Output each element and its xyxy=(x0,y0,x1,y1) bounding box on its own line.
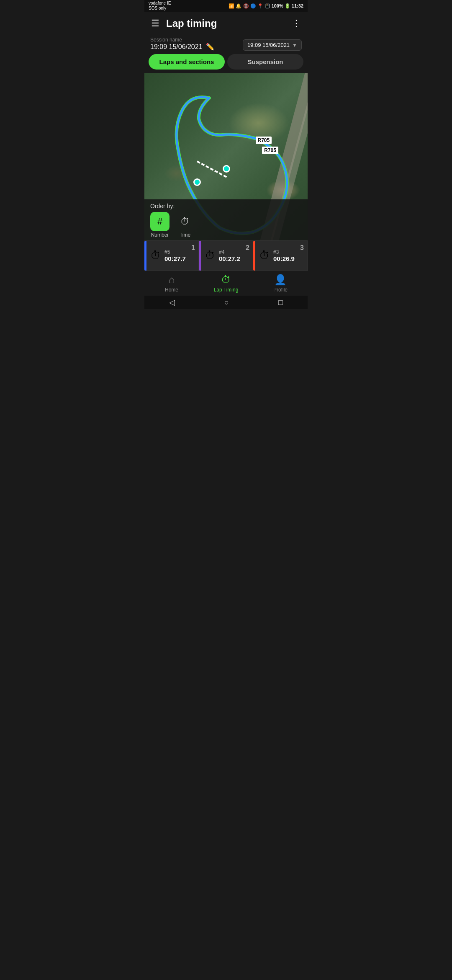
chevron-down-icon: ▼ xyxy=(292,42,297,48)
carrier-name: vodafone IE xyxy=(149,1,171,6)
timer-icon: ⏱ xyxy=(180,216,190,227)
lap-info-1: #5 00:27.7 xyxy=(164,249,186,262)
lap-time-3: 00:26.9 xyxy=(273,255,295,262)
lap-card-1[interactable]: ⏱ #5 00:27.7 1 xyxy=(144,241,199,271)
session-bar: Session name 19:09 15/06/2021 ✏️ 19:09 1… xyxy=(144,35,308,54)
home-icon: ⌂ xyxy=(169,274,175,286)
lap-id-1: #5 xyxy=(164,249,186,255)
tab-laps-sections[interactable]: Laps and sections xyxy=(149,54,225,70)
profile-label: Profile xyxy=(273,287,288,293)
recents-button[interactable]: □ xyxy=(270,297,291,309)
nav-home[interactable]: ⌂ Home xyxy=(144,271,199,296)
map-area[interactable]: R705 R705 Order by: # Number ⏱ Time xyxy=(144,73,308,240)
session-dropdown[interactable]: 19:09 15/06/2021 ▼ xyxy=(243,39,302,51)
app-header: ☰ Lap timing ⋮ xyxy=(144,12,308,35)
lap-rank-3: 3 xyxy=(300,244,304,252)
home-button[interactable]: ○ xyxy=(216,297,237,309)
lap-accent-blue xyxy=(144,241,146,271)
order-section: Order by: # Number ⏱ Time xyxy=(144,199,308,240)
lap-timing-label: Lap Timing xyxy=(214,287,239,293)
lap-timer-icon-1: ⏱ xyxy=(150,249,161,262)
road-label-r705-1: R705 xyxy=(256,137,272,144)
checkpoint-dot-2 xyxy=(193,178,201,186)
nav-profile[interactable]: 👤 Profile xyxy=(253,271,308,296)
time-icon-box: ⏱ xyxy=(175,212,195,231)
lap-card-2[interactable]: ⏱ #4 00:27.2 2 xyxy=(199,241,253,271)
lap-time-2: 00:27.2 xyxy=(219,255,240,262)
menu-icon[interactable]: ☰ xyxy=(151,18,159,29)
lap-timer-icon-3: ⏱ xyxy=(259,249,270,262)
session-name: 19:09 15/06/2021 xyxy=(150,43,203,51)
carrier-info: vodafone IE SOS only xyxy=(149,1,171,11)
battery-icon: 🔋 xyxy=(285,3,290,9)
lap-info-2: #4 00:27.2 xyxy=(219,249,240,262)
dropdown-value: 19:09 15/06/2021 xyxy=(247,42,290,48)
lap-info-3: #3 00:26.9 xyxy=(273,249,295,262)
back-button[interactable]: ◁ xyxy=(161,296,183,309)
lap-accent-purple xyxy=(199,241,201,271)
lap-cards-row: ⏱ #5 00:27.7 1 ⏱ #4 00:27.2 2 ⏱ #3 00:26… xyxy=(144,240,308,271)
page-title: Lap timing xyxy=(166,18,292,29)
time-label: Time xyxy=(180,232,190,238)
lap-timing-nav-icon: ⏱ xyxy=(221,274,231,286)
tab-row: Laps and sections Suspension xyxy=(144,54,308,73)
lap-id-3: #3 xyxy=(273,249,295,255)
lap-rank-2: 2 xyxy=(246,244,249,252)
sos-text: SOS only xyxy=(149,6,171,11)
session-name-row: 19:09 15/06/2021 ✏️ xyxy=(150,43,214,51)
lap-card-3[interactable]: ⏱ #3 00:26.9 3 xyxy=(253,241,308,271)
session-info: Session name 19:09 15/06/2021 ✏️ xyxy=(150,37,214,51)
bottom-nav: ⌂ Home ⏱ Lap Timing 👤 Profile xyxy=(144,271,308,296)
number-icon-box: # xyxy=(150,212,170,231)
status-right: 📶 🔔 📵 🔵 📍 📳 100% 🔋 11:32 xyxy=(229,3,303,9)
road-label-r705-2: R705 xyxy=(262,147,278,154)
status-bar: vodafone IE SOS only 📶 🔔 📵 🔵 📍 📳 100% 🔋 … xyxy=(144,0,308,12)
order-by-time[interactable]: ⏱ Time xyxy=(175,212,195,238)
lap-accent-red xyxy=(253,241,255,271)
clock: 11:32 xyxy=(292,3,303,8)
lap-rank-1: 1 xyxy=(191,244,195,252)
lap-timer-icon-2: ⏱ xyxy=(205,249,216,262)
hash-icon: # xyxy=(157,216,162,227)
order-by-label: Order by: xyxy=(150,203,302,209)
profile-icon: 👤 xyxy=(274,274,287,286)
home-label: Home xyxy=(165,287,178,293)
order-by-number[interactable]: # Number xyxy=(150,212,170,238)
session-label: Session name xyxy=(150,37,214,43)
number-label: Number xyxy=(151,232,169,238)
nav-lap-timing[interactable]: ⏱ Lap Timing xyxy=(199,271,253,296)
edit-icon[interactable]: ✏️ xyxy=(206,43,214,51)
lap-time-1: 00:27.7 xyxy=(164,255,186,262)
battery-level: 100% xyxy=(272,3,283,8)
tab-suspension[interactable]: Suspension xyxy=(227,54,303,70)
network-icons: 📶 🔔 📵 🔵 📍 📳 xyxy=(229,3,270,9)
lap-id-2: #4 xyxy=(219,249,240,255)
order-buttons: # Number ⏱ Time xyxy=(150,212,302,238)
more-options-icon[interactable]: ⋮ xyxy=(292,18,301,29)
system-nav: ◁ ○ □ xyxy=(144,296,308,309)
